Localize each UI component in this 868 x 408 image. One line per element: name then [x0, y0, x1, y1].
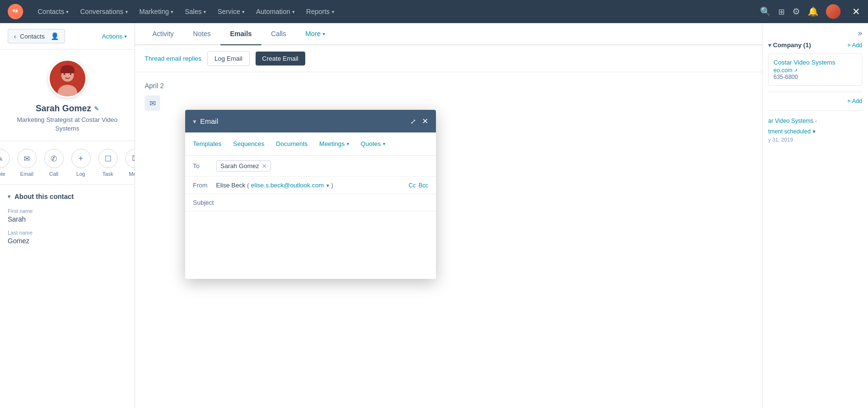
call-icon: ✆ [44, 149, 64, 168]
templates-tool[interactable]: Templates [193, 138, 227, 149]
log-email-button[interactable]: Log Email [207, 51, 250, 66]
close-compose-icon[interactable]: ✕ [422, 117, 428, 126]
svg-point-2 [13, 9, 15, 12]
right-divider-2 [768, 110, 862, 111]
marketplace-icon[interactable]: ⊞ [778, 7, 785, 16]
tab-calls[interactable]: Calls [261, 23, 296, 45]
hubspot-logo[interactable] [8, 4, 23, 19]
company-phone: 635-6800 [773, 74, 857, 80]
compose-toolbox: Templates Sequences Documents Meetings ▾… [185, 132, 436, 156]
company-name-link[interactable]: Costar Video Systems [773, 59, 857, 66]
notifications-icon[interactable]: 🔔 [808, 6, 818, 17]
chevron-down-icon-appt: ▾ [813, 128, 815, 135]
to-field-value: Sarah Gomez ✕ [216, 160, 428, 171]
about-toggle[interactable]: ▾ About this contact [8, 193, 127, 200]
subject-label: Subject [193, 199, 216, 206]
documents-tool[interactable]: Documents [270, 138, 313, 149]
contact-icon: 👤 [51, 32, 59, 40]
quotes-tool[interactable]: Quotes ▾ [355, 138, 391, 149]
expand-icon[interactable]: ⤢ [410, 118, 416, 125]
nav-sales[interactable]: Sales ▾ [180, 5, 211, 18]
edit-name-icon[interactable]: ✎ [94, 105, 99, 112]
add-company-link[interactable]: + Add [847, 42, 862, 49]
email-icon: ✉ [17, 149, 37, 168]
note-action[interactable]: ✎ Note [0, 149, 10, 177]
call-action[interactable]: ✆ Call [44, 149, 64, 177]
company-section-title: ▾ Company (1) [768, 41, 811, 49]
collapse-panel-icon[interactable]: » [858, 29, 862, 38]
external-link-icon: ↗ [794, 68, 798, 73]
meet-action[interactable]: 🗓 Meet [125, 149, 136, 177]
right-panel: » ▾ Company (1) + Add Costar Video Syste… [762, 23, 868, 408]
nav-items: Contacts ▾ Conversations ▾ Marketing ▾ S… [33, 5, 760, 18]
minimize-icon[interactable]: ▾ [193, 118, 196, 125]
thread-email-link[interactable]: Thread email replies [145, 55, 202, 62]
subject-field-row: Subject [185, 194, 436, 211]
compose-title: Email [200, 117, 407, 125]
tab-emails[interactable]: Emails [220, 23, 261, 45]
sequences-tool[interactable]: Sequences [227, 138, 270, 149]
svg-point-6 [63, 73, 65, 75]
company-url: eo.com ↗ [773, 67, 857, 74]
nav-right: 🔍 ⊞ ⚙ 🔔 ✕ [760, 4, 860, 19]
appointment-item[interactable]: tment scheduled ▾ [768, 128, 862, 135]
cc-button[interactable]: Cc [408, 182, 416, 189]
about-header-text: About this contact [14, 193, 74, 200]
task-icon: ☐ [98, 149, 118, 168]
nav-marketing[interactable]: Marketing ▾ [135, 5, 178, 18]
contacts-back-button[interactable]: ‹ Contacts 👤 [8, 29, 65, 43]
contact-profile: Sarah Gomez ✎ Marketing Strategist at Co… [0, 50, 135, 141]
email-icon-row: ✉ [145, 95, 752, 111]
create-email-button[interactable]: Create Email [256, 52, 305, 66]
nav-automation[interactable]: Automation ▾ [251, 5, 299, 18]
add-right-link[interactable]: + Add [768, 98, 862, 105]
email-toolbar: Thread email replies Log Email Create Em… [135, 45, 762, 72]
log-action[interactable]: + Log [71, 149, 91, 177]
from-email[interactable]: elise.s.beck@outlook.com [251, 182, 324, 189]
settings-icon[interactable]: ⚙ [792, 6, 800, 17]
nav-contacts[interactable]: Contacts ▾ [33, 5, 73, 18]
top-navigation: Contacts ▾ Conversations ▾ Marketing ▾ S… [0, 0, 868, 23]
to-label: To [193, 162, 216, 170]
user-avatar[interactable] [826, 4, 841, 19]
subject-input[interactable] [216, 199, 428, 206]
contact-title: Marketing Strategist at Costar Video Sys… [8, 116, 127, 133]
meetings-tool[interactable]: Meetings ▾ [313, 138, 355, 149]
search-icon[interactable]: 🔍 [760, 6, 771, 17]
from-dropdown-icon[interactable]: ▾ [326, 183, 329, 188]
meet-icon: 🗓 [125, 149, 136, 168]
right-divider [768, 92, 862, 92]
tab-more[interactable]: More ▾ [296, 23, 335, 45]
compose-body[interactable] [185, 211, 436, 279]
compose-header: ▾ Email ⤢ ✕ [185, 110, 436, 132]
email-action[interactable]: ✉ Email [17, 149, 37, 177]
nav-service[interactable]: Service ▾ [213, 5, 249, 18]
tabs-bar: Activity Notes Emails Calls More ▾ [135, 23, 762, 45]
email-envelope-icon: ✉ [145, 95, 160, 111]
remove-recipient-icon[interactable]: ✕ [262, 163, 267, 170]
close-icon[interactable]: ✕ [852, 6, 860, 17]
compose-header-actions: ⤢ ✕ [410, 117, 428, 126]
from-field-row: From Elise Beck ( elise.s.beck@outlook.c… [185, 177, 436, 194]
from-field-value: Elise Beck ( elise.s.beck@outlook.com ▾ … [216, 182, 408, 189]
actions-button[interactable]: Actions ▾ [102, 33, 127, 40]
date-label: April 2 [145, 82, 752, 90]
tab-notes[interactable]: Notes [183, 23, 220, 45]
main-layout: ‹ Contacts 👤 Actions ▾ [0, 23, 868, 408]
about-section: ▾ About this contact First name Sarah La… [0, 185, 135, 259]
bcc-button[interactable]: Bcc [419, 182, 428, 189]
svg-point-7 [69, 73, 71, 75]
chevron-down-icon: ▾ [768, 42, 771, 49]
first-name-field: First name Sarah [8, 208, 127, 223]
task-action[interactable]: ☐ Task [98, 149, 118, 177]
company-section-header: ▾ Company (1) + Add [768, 41, 862, 49]
left-sidebar: ‹ Contacts 👤 Actions ▾ [0, 23, 135, 408]
nav-reports[interactable]: Reports ▾ [301, 5, 339, 18]
nav-conversations[interactable]: Conversations ▾ [75, 5, 133, 18]
appointment-date: y 31, 2019 [768, 137, 862, 143]
contact-name: Sarah Gomez ✎ [36, 104, 99, 114]
right-panel-collapse: » [768, 29, 862, 38]
tab-activity[interactable]: Activity [143, 23, 183, 45]
note-icon: ✎ [0, 149, 10, 168]
from-label: From [193, 182, 216, 189]
